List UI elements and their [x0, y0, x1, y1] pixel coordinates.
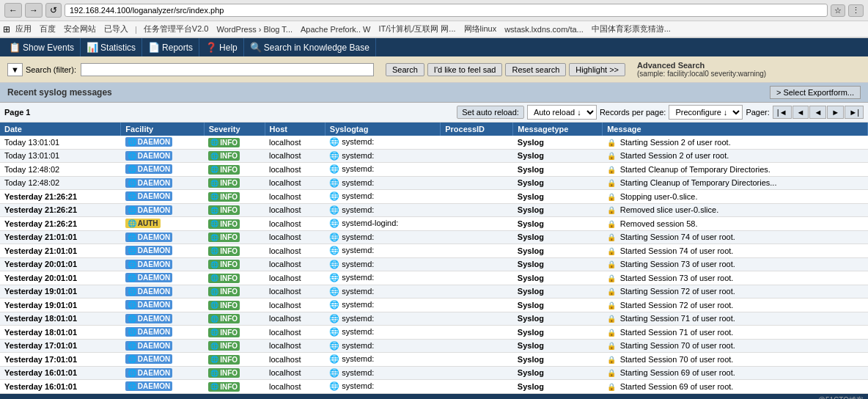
facility-badge: 🌐 DAEMON — [125, 314, 172, 323]
table-row[interactable]: Yesterday 17:01:01 🌐 DAEMON 🌐 INFO local… — [0, 339, 868, 353]
cell-severity: 🌐 INFO — [204, 312, 265, 326]
star-button[interactable]: ☆ — [831, 4, 845, 17]
search-dropdown-button[interactable]: ▼ — [7, 63, 23, 76]
cell-syslogtag: 🌐 systemd: — [325, 299, 440, 312]
severity-icon: 🌐 — [210, 193, 218, 200]
severity-badge: 🌐 INFO — [208, 274, 240, 283]
facility-badge: 🌐 DAEMON — [125, 164, 172, 174]
nav-statistics[interactable]: 📊 Statistics — [81, 38, 142, 56]
cell-message: 🔒 Starting Session 74 of user root. — [603, 230, 868, 244]
cell-host: localhost — [265, 299, 325, 312]
pager-last-button[interactable]: ►| — [845, 106, 864, 119]
pager-next-button[interactable]: ► — [827, 106, 844, 119]
facility-icon: 🌐 — [128, 260, 136, 268]
cell-syslogtag: 🌐 systemd: — [325, 230, 440, 244]
events-icon: 📋 — [9, 42, 21, 53]
table-row[interactable]: Yesterday 20:01:01 🌐 DAEMON 🌐 INFO local… — [0, 271, 868, 285]
message-icon: 🔒 — [607, 356, 616, 364]
browser-icon-group: ☆ ⋮ — [831, 4, 864, 17]
search-button[interactable]: Search — [386, 63, 424, 76]
bookmark-lottery[interactable]: 中国体育彩票竞猜游... — [589, 23, 674, 35]
table-row[interactable]: Yesterday 19:01:01 🌐 DAEMON 🌐 INFO local… — [0, 299, 868, 312]
cell-severity: 🌐 INFO — [204, 366, 265, 380]
nav-help[interactable]: ❓ Help — [199, 38, 244, 56]
auto-reload-select[interactable]: Auto reload ↓ — [527, 105, 597, 120]
bookmark-task[interactable]: 任务管理平台V2.0 — [141, 23, 212, 35]
cell-host: localhost — [265, 285, 325, 299]
cell-message: 🔒 Starting Session 2 of user root. — [603, 136, 868, 149]
bookmark-baidu[interactable]: 百度 — [37, 23, 59, 35]
table-row[interactable]: Yesterday 17:01:01 🌐 DAEMON 🌐 INFO local… — [0, 353, 868, 367]
bookmark-it[interactable]: IT/计算机/互联网 网... — [375, 23, 458, 35]
table-row[interactable]: Today 13:01:01 🌐 DAEMON 🌐 INFO localhost… — [0, 136, 868, 149]
nav-knowledge[interactable]: 🔍 Search in Knowledge Base — [244, 38, 376, 56]
table-row[interactable]: Yesterday 21:26:21 🌐 DAEMON 🌐 INFO local… — [0, 203, 868, 217]
bookmark-imported[interactable]: 已导入 — [101, 23, 131, 35]
highlight-button[interactable]: Highlight >> — [569, 63, 625, 76]
bookmark-wstask[interactable]: wstask.lxdns.com/ta... — [501, 24, 586, 34]
cell-date: Yesterday 19:01:01 — [0, 285, 121, 299]
syslogtag-icon: 🌐 — [329, 287, 339, 296]
severity-icon: 🌐 — [210, 247, 218, 255]
cell-date: Yesterday 21:01:01 — [0, 244, 121, 258]
table-row[interactable]: Yesterday 21:01:01 🌐 DAEMON 🌐 INFO local… — [0, 230, 868, 244]
reload-button[interactable]: ↺ — [45, 3, 62, 18]
cell-severity: 🌐 INFO — [204, 244, 265, 258]
reset-search-button[interactable]: Reset search — [505, 63, 566, 76]
cell-date: Yesterday 18:01:01 — [0, 326, 121, 340]
cell-date: Yesterday 20:01:01 — [0, 257, 121, 271]
table-row[interactable]: Today 13:01:01 🌐 DAEMON 🌐 INFO localhost… — [0, 149, 868, 163]
bookmark-apps[interactable]: 应用 — [12, 23, 34, 35]
menu-button[interactable]: ⋮ — [848, 4, 864, 17]
facility-icon: 🌐 — [128, 274, 136, 282]
search-area: ▼ Search (filter): Search I'd like to fe… — [0, 56, 868, 83]
pager-prev2-button[interactable]: ◄ — [809, 106, 826, 119]
reports-icon: 📄 — [148, 42, 160, 53]
cell-severity: 🌐 INFO — [204, 299, 265, 312]
table-row[interactable]: Yesterday 19:01:01 🌐 DAEMON 🌐 INFO local… — [0, 285, 868, 299]
table-row[interactable]: Yesterday 21:01:01 🌐 DAEMON 🌐 INFO local… — [0, 244, 868, 258]
advanced-search-sample: (sample: facility:local0 severity:warnin… — [637, 70, 766, 78]
table-row[interactable]: Yesterday 16:01:01 🌐 DAEMON 🌐 INFO local… — [0, 366, 868, 380]
statistics-icon: 📊 — [87, 42, 98, 53]
col-message: Message — [603, 122, 868, 136]
export-button[interactable]: > Select Exportform... — [770, 86, 861, 99]
nav-events[interactable]: 📋 Show Events — [3, 38, 81, 56]
table-row[interactable]: Today 12:48:02 🌐 DAEMON 🌐 INFO localhost… — [0, 176, 868, 190]
cell-facility: 🌐 DAEMON — [121, 271, 204, 285]
preconfigure-select[interactable]: Preconfigure ↓ — [669, 105, 743, 120]
table-row[interactable]: Yesterday 21:26:21 🌐 AUTH 🌐 INFO localho… — [0, 217, 868, 231]
bookmark-linux[interactable]: 网络linux — [461, 23, 500, 35]
table-row[interactable]: Yesterday 18:01:01 🌐 DAEMON 🌐 INFO local… — [0, 326, 868, 340]
table-row[interactable]: Yesterday 21:26:21 🌐 DAEMON 🌐 INFO local… — [0, 190, 868, 204]
severity-badge: 🌐 INFO — [208, 382, 240, 392]
nav-knowledge-label: Search in Knowledge Base — [264, 43, 369, 53]
table-row[interactable]: Yesterday 18:01:01 🌐 DAEMON 🌐 INFO local… — [0, 312, 868, 326]
pager-prev-button[interactable]: ◄ — [792, 106, 809, 119]
feel-sad-button[interactable]: I'd like to feel sad — [427, 63, 503, 76]
facility-icon: 🌐 — [128, 288, 136, 296]
bookmark-security[interactable]: 安全网站 — [61, 23, 99, 35]
set-auto-reload-button[interactable]: Set auto reload: — [457, 106, 524, 119]
nav-events-label: Show Events — [23, 43, 74, 53]
severity-icon: 🌐 — [210, 329, 218, 336]
bookmark-wordpress[interactable]: WordPress › Blog T... — [214, 24, 296, 34]
nav-reports[interactable]: 📄 Reports — [142, 38, 199, 56]
search-input[interactable] — [81, 63, 374, 76]
cell-host: localhost — [265, 271, 325, 285]
pager-first-button[interactable]: |◄ — [773, 106, 792, 119]
cell-host: localhost — [265, 366, 325, 380]
back-button[interactable]: ← — [4, 3, 22, 18]
cell-messagetype: Syslog — [513, 271, 603, 285]
syslogtag-icon: 🌐 — [329, 233, 339, 241]
table-row[interactable]: Yesterday 20:01:01 🌐 DAEMON 🌐 INFO local… — [0, 257, 868, 271]
address-bar[interactable] — [65, 4, 828, 17]
message-icon: 🔒 — [607, 369, 616, 377]
bookmark-apache[interactable]: Apache Prefork.. W — [298, 24, 373, 34]
table-row[interactable]: Yesterday 16:01:01 🌐 DAEMON 🌐 INFO local… — [0, 380, 868, 394]
cell-facility: 🌐 DAEMON — [121, 380, 204, 394]
forward-button[interactable]: → — [25, 3, 43, 18]
table-row[interactable]: Today 12:48:02 🌐 DAEMON 🌐 INFO localhost… — [0, 163, 868, 177]
facility-icon: 🌐 — [128, 219, 136, 227]
cell-message: 🔒 Starting Session 72 of user root. — [603, 285, 868, 299]
